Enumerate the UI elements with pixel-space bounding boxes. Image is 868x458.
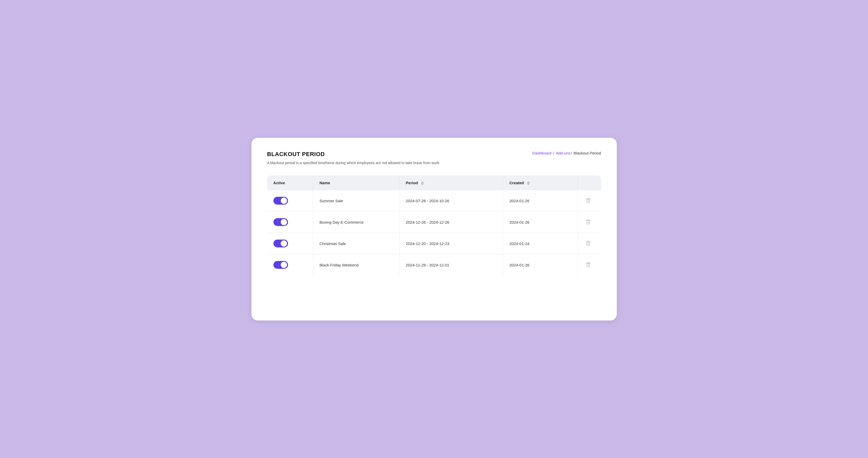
page-title: BLACKOUT PERIOD bbox=[267, 151, 325, 158]
created-sort-icon[interactable] bbox=[527, 181, 530, 185]
td-active-1 bbox=[267, 190, 313, 212]
table-row: Christmas Sale2024-12-20 - 2024-12-23202… bbox=[267, 233, 601, 254]
trash-icon bbox=[586, 197, 591, 204]
col-header-actions bbox=[578, 175, 601, 190]
toggle-slider-2 bbox=[273, 218, 288, 226]
toggle-wrapper bbox=[273, 218, 307, 226]
toggle-slider-4 bbox=[273, 261, 288, 269]
col-header-name: Name bbox=[313, 175, 399, 190]
toggle-3[interactable] bbox=[273, 240, 288, 247]
td-actions-3 bbox=[578, 233, 601, 254]
delete-button-3[interactable] bbox=[584, 239, 592, 248]
header-row: BLACKOUT PERIOD Dashboard / Add-ons/ Bla… bbox=[267, 151, 601, 158]
td-created-4: 2024-01-26 bbox=[503, 254, 578, 276]
td-period-1: 2024-07-26 - 2024-10-26 bbox=[399, 190, 503, 212]
table-container: Active Name Period Created bbox=[267, 175, 601, 276]
toggle-4[interactable] bbox=[273, 261, 288, 269]
sort-up-icon bbox=[527, 181, 530, 183]
td-created-3: 2024-01-24 bbox=[503, 233, 578, 254]
td-actions-4 bbox=[578, 254, 601, 276]
page-description: A blackout period is a specified timefra… bbox=[267, 161, 465, 165]
td-active-3 bbox=[267, 233, 313, 254]
toggle-wrapper bbox=[273, 197, 307, 205]
toggle-slider-1 bbox=[273, 197, 288, 205]
col-header-period[interactable]: Period bbox=[399, 175, 503, 190]
delete-button-2[interactable] bbox=[584, 217, 592, 227]
breadcrumb-dashboard[interactable]: Dashboard bbox=[532, 151, 551, 155]
col-header-created[interactable]: Created bbox=[503, 175, 578, 190]
toggle-slider-3 bbox=[273, 240, 288, 247]
toggle-2[interactable] bbox=[273, 218, 288, 226]
td-period-4: 2024-11-29 - 2024-12-01 bbox=[399, 254, 503, 276]
td-actions-2 bbox=[578, 211, 601, 233]
table-header-row: Active Name Period Created bbox=[267, 175, 601, 190]
breadcrumb-current: Blackout Period bbox=[574, 151, 601, 155]
sort-up-icon bbox=[421, 181, 424, 183]
td-created-1: 2024-01-26 bbox=[503, 190, 578, 212]
td-period-3: 2024-12-20 - 2024-12-23 bbox=[399, 233, 503, 254]
delete-button-1[interactable] bbox=[584, 196, 592, 206]
trash-icon bbox=[586, 262, 591, 268]
td-actions-1 bbox=[578, 190, 601, 212]
delete-button-4[interactable] bbox=[584, 260, 592, 270]
trash-icon bbox=[586, 240, 591, 247]
table-row: Boxing Day E-Commerce2024-12-26 - 2024-1… bbox=[267, 211, 601, 233]
breadcrumb-separator-2: / bbox=[571, 151, 573, 155]
td-name-3: Christmas Sale bbox=[313, 233, 399, 254]
td-name-2: Boxing Day E-Commerce bbox=[313, 211, 399, 233]
sort-down-icon bbox=[527, 183, 530, 185]
table-body: Summer Sale2024-07-26 - 2024-10-262024-0… bbox=[267, 190, 601, 276]
td-name-1: Summer Sale bbox=[313, 190, 399, 212]
sort-down-icon bbox=[421, 183, 424, 185]
toggle-wrapper bbox=[273, 240, 307, 247]
period-sort-icon[interactable] bbox=[421, 181, 424, 185]
toggle-wrapper bbox=[273, 261, 307, 269]
td-active-4 bbox=[267, 254, 313, 276]
table-row: Black Friday Weekend2024-11-29 - 2024-12… bbox=[267, 254, 601, 276]
table-row: Summer Sale2024-07-26 - 2024-10-262024-0… bbox=[267, 190, 601, 212]
trash-icon bbox=[586, 219, 591, 225]
col-header-active: Active bbox=[267, 175, 313, 190]
breadcrumb: Dashboard / Add-ons/ Blackout Period bbox=[532, 151, 601, 155]
blackout-periods-table: Active Name Period Created bbox=[267, 175, 601, 276]
td-period-2: 2024-12-26 - 2024-12-26 bbox=[399, 211, 503, 233]
td-name-4: Black Friday Weekend bbox=[313, 254, 399, 276]
breadcrumb-addons[interactable]: Add-ons bbox=[556, 151, 570, 155]
breadcrumb-separator-1: / bbox=[552, 151, 555, 155]
main-card: BLACKOUT PERIOD Dashboard / Add-ons/ Bla… bbox=[251, 138, 617, 320]
toggle-1[interactable] bbox=[273, 197, 288, 205]
td-created-2: 2024-01-26 bbox=[503, 211, 578, 233]
td-active-2 bbox=[267, 211, 313, 233]
